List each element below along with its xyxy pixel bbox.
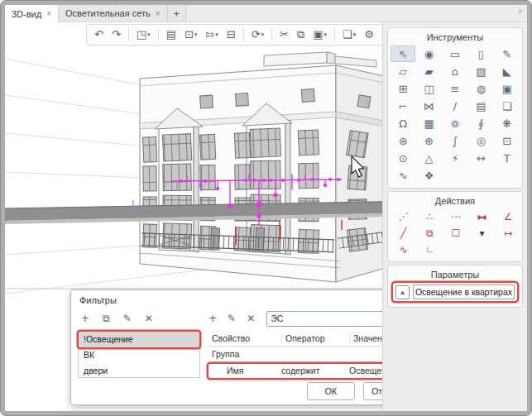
tool-light-fixture-icon[interactable]: ⊙	[391, 150, 415, 166]
edit-filter-icon[interactable]: ✎	[123, 313, 132, 324]
tool-spline-icon[interactable]: ∿	[391, 167, 415, 184]
duplicate-filter-icon[interactable]: ⧉	[103, 313, 110, 324]
actions-grid: ⋰∴⋯▸◂∠╱⧉☐▾↦∿∟	[391, 209, 520, 257]
action-measure-align-icon[interactable]: ↦	[495, 226, 520, 241]
wrench-settings-icon[interactable]: ⚙	[362, 26, 376, 43]
tools-panel-title: Инструменты	[391, 32, 520, 42]
condition-row[interactable]: Имя содержит Освещение в квартирах	[208, 364, 382, 378]
action-array-icon[interactable]: ⋯	[443, 209, 467, 224]
undo-icon[interactable]: ↶	[92, 26, 106, 43]
system-combobox[interactable]: ЭС ▾	[266, 311, 382, 327]
tool-fire-sensor-icon[interactable]: △	[416, 150, 441, 166]
dialog-title-bar[interactable]: Фильтры ×	[71, 290, 382, 308]
action-mirror-icon[interactable]: ▸◂	[469, 209, 494, 224]
sync-collaboration-icon: ⟳	[252, 26, 261, 43]
tool-sanitary-icon[interactable]: Ω	[391, 115, 415, 131]
fit-selection-icon[interactable]: ▴	[395, 285, 410, 299]
tool-duct-route-icon[interactable]: ∫	[443, 132, 467, 149]
ok-button[interactable]: ОК	[307, 382, 355, 400]
3d-viewport[interactable]: ↶↷◳▾▤⊡▾⇰▾⊟⟳▾✂⧉▣▾❏▾⚙? Фильтры × +⧉✎✕ +✎✕ …	[5, 22, 382, 411]
arrange-icon[interactable]: ❏▾	[340, 26, 358, 43]
paste-icon[interactable]: ▣▾	[310, 26, 329, 43]
add-condition-icon[interactable]: +	[208, 313, 217, 324]
edit-condition-icon[interactable]: ✎	[228, 313, 236, 324]
sync-collaboration-icon[interactable]: ⟳▾	[249, 26, 266, 43]
open-project-icon: ▤	[166, 26, 176, 43]
action-rotate-by-angle-icon[interactable]: ∠	[495, 209, 520, 224]
tab-overflow-chevron-icon[interactable]: ▿	[518, 7, 522, 16]
tool-wiring-icon[interactable]: ⚡	[443, 150, 467, 166]
main-toolbar: ↶↷◳▾▤⊡▾⇰▾⊟⟳▾✂⧉▣▾❏▾⚙?	[86, 24, 382, 45]
delete-filter-icon[interactable]: ✕	[145, 313, 153, 324]
toolbar-separator	[334, 28, 335, 41]
tool-vent-unit-icon[interactable]: ⊛	[391, 132, 415, 149]
tool-draw-icon[interactable]: ✎	[495, 45, 520, 62]
tool-pipe-fitting-icon[interactable]: ∮	[468, 115, 493, 131]
tool-ramp-icon[interactable]: ▨	[468, 63, 493, 79]
action-split-curve-icon[interactable]: ∿	[391, 242, 415, 257]
action-move-point-icon[interactable]: ⋰	[391, 209, 415, 224]
group-row[interactable]: Группа	[208, 347, 382, 361]
tool-image-icon[interactable]: ▣	[495, 80, 520, 97]
undo-icon: ↶	[94, 26, 103, 43]
print-icon[interactable]: ⊟	[224, 26, 238, 43]
cut-icon[interactable]: ✂	[277, 26, 291, 43]
tool-text-icon[interactable]: T	[495, 150, 520, 166]
tool-equipment-icon[interactable]: ▦	[416, 115, 441, 131]
filter-list-item[interactable]: двери	[79, 363, 199, 379]
tool-pipe-elbow-icon[interactable]: ⌐	[391, 98, 415, 114]
tool-diffuser-icon[interactable]: ◎	[468, 132, 493, 149]
tool-radiator-icon[interactable]: ▤	[468, 98, 493, 114]
tool-plate-icon[interactable]: ❏	[495, 98, 520, 114]
tool-shell-icon[interactable]: ◍	[468, 80, 493, 97]
copy-icon[interactable]: ⧉	[295, 26, 307, 43]
wrench-settings-icon: ⚙	[364, 26, 374, 43]
action-transform-box-icon[interactable]: ☐	[443, 226, 467, 241]
filter-list-item[interactable]: !Освещение	[79, 332, 199, 347]
filter-name-field[interactable]: Освещение в квартирах	[413, 285, 515, 299]
params-panel: Параметры ▴ Освещение в квартирах	[387, 265, 523, 308]
print-icon: ⊟	[227, 26, 236, 43]
tool-stairs-icon[interactable]: ◣	[495, 63, 520, 79]
tool-wall-icon[interactable]: ▭	[443, 45, 467, 62]
tool-axis-line-icon[interactable]: ∕	[443, 98, 467, 114]
tab-lighting-network[interactable]: Осветительная сеть ×	[59, 5, 168, 22]
tool-column-icon[interactable]: ▯	[468, 45, 493, 62]
save-icon[interactable]: ⊡▾	[182, 26, 199, 43]
tool-railing-icon[interactable]: ≡	[443, 80, 467, 97]
action-corner-offset-icon[interactable]: ∟	[417, 242, 442, 257]
tool-electric-panel-icon[interactable]: ⊡	[495, 132, 520, 149]
tool-valve-icon[interactable]: ⋈	[416, 98, 441, 114]
new-tab-button[interactable]: +	[168, 5, 187, 22]
delete-condition-icon[interactable]: ✕	[247, 313, 255, 324]
chevron-down-icon: ▾	[324, 31, 328, 38]
tool-ceiling-icon[interactable]: ▰	[416, 63, 441, 79]
open-project-icon[interactable]: ▤	[164, 26, 179, 43]
tool-floor-icon[interactable]: ▱	[391, 63, 415, 79]
tool-duct-fitting-icon[interactable]: ⊕	[416, 132, 441, 149]
action-move-by-points-icon[interactable]: ╱	[391, 226, 415, 241]
redo-icon[interactable]: ↷	[109, 26, 123, 43]
tool-object-style-icon[interactable]: ◉	[416, 45, 441, 62]
close-tab-icon[interactable]: ×	[46, 9, 51, 18]
tool-dimension-icon[interactable]: ↔	[468, 150, 493, 166]
action-rotate-icon[interactable]: ∴	[417, 209, 442, 224]
tool-roof-icon[interactable]: ⌂	[443, 63, 467, 79]
tool-select-icon[interactable]: ⇖	[391, 45, 415, 62]
action-more-caret-icon[interactable]: ▾	[469, 226, 494, 241]
tool-assembly-icon[interactable]: ❖	[416, 167, 441, 184]
chevron-down-icon: ▾	[353, 31, 357, 38]
export-icon[interactable]: ⇰▾	[203, 26, 220, 43]
cancel-button[interactable]: Отмена	[363, 382, 382, 400]
tab-3d-view[interactable]: 3D-вид ×	[5, 5, 59, 22]
help-icon[interactable]: ?	[380, 26, 382, 43]
tool-door-icon[interactable]: ◫	[416, 80, 441, 97]
action-copy-object-icon[interactable]: ⧉	[417, 226, 442, 241]
add-filter-icon[interactable]: +	[81, 313, 89, 324]
close-tab-icon[interactable]: ×	[156, 9, 161, 18]
tool-pipe-route-icon[interactable]: ⊚	[443, 115, 467, 131]
model-view-icon[interactable]: ◳▾	[134, 26, 153, 43]
tool-window-icon[interactable]: ⊞	[391, 80, 415, 97]
filter-list-item[interactable]: ВК	[79, 347, 199, 363]
tool-pump-icon[interactable]: ❋	[495, 115, 520, 131]
